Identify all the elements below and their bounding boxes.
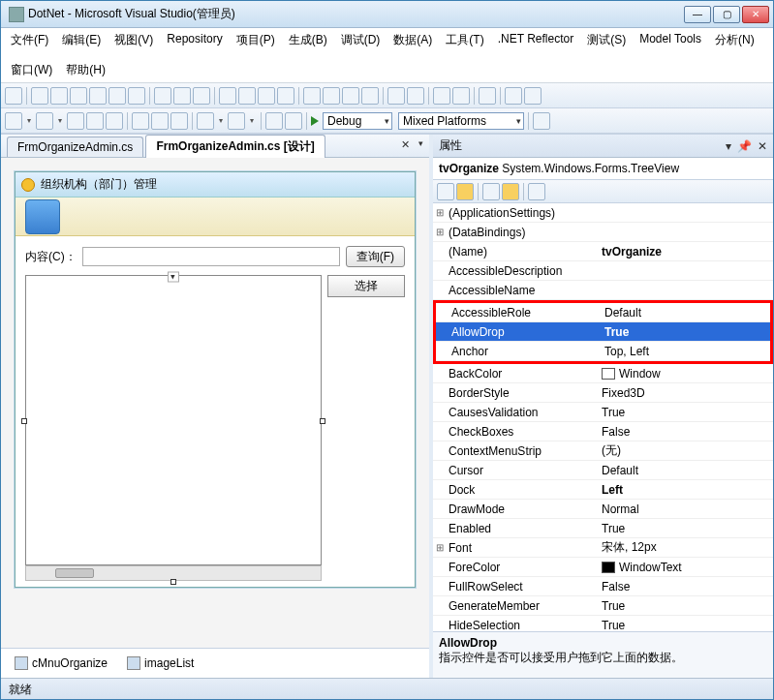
open-file-icon[interactable]	[67, 112, 84, 130]
menu-project[interactable]: 项目(P)	[236, 32, 275, 48]
content-textbox[interactable]	[82, 247, 340, 266]
tray-imagelist[interactable]: imageList	[127, 656, 194, 670]
prop-causesval[interactable]: CausesValidation	[447, 406, 598, 419]
form-window[interactable]: 组织机构（部门）管理 内容(C)： 查询(F)	[15, 171, 416, 588]
close-button[interactable]: ✕	[742, 6, 769, 23]
align-top-icon[interactable]	[89, 87, 107, 105]
vspace-equal-icon[interactable]	[303, 87, 321, 105]
property-grid[interactable]: ⊞(ApplicationSettings) ⊞(DataBindings) (…	[433, 203, 773, 631]
properties-header[interactable]: 属性 ▾ 📌 ✕	[433, 135, 773, 158]
redo-icon[interactable]	[228, 112, 245, 130]
prop-enabled-value[interactable]: True	[598, 522, 773, 535]
expand-icon[interactable]: ⊞	[433, 227, 447, 237]
prop-allowdrop[interactable]: AllowDrop	[449, 325, 601, 339]
prop-enabled[interactable]: Enabled	[447, 522, 598, 535]
vspace-remove-icon[interactable]	[361, 87, 379, 105]
menu-model[interactable]: Model Tools	[639, 32, 701, 48]
save-icon[interactable]	[86, 112, 104, 130]
form-designer[interactable]: 组织机构（部门）管理 内容(C)： 查询(F)	[1, 158, 429, 648]
menu-data[interactable]: 数据(A)	[393, 32, 432, 48]
align-bottom-icon[interactable]	[128, 87, 145, 105]
prop-allowdrop-value[interactable]: True	[601, 325, 770, 339]
prop-name-value[interactable]: tvOrganize	[598, 245, 773, 259]
prop-accrole-value[interactable]: Default	[601, 306, 770, 320]
config-combo[interactable]: Debug	[323, 112, 392, 130]
add-item-drop[interactable]: ▾	[55, 116, 65, 125]
prop-genmember-value[interactable]: True	[598, 599, 773, 613]
prop-dock[interactable]: Dock	[447, 483, 598, 497]
add-item-icon[interactable]	[36, 112, 53, 130]
align-grid-icon[interactable]	[5, 87, 22, 105]
platform-combo[interactable]: Mixed Platforms	[398, 112, 524, 130]
send-back-icon[interactable]	[452, 87, 470, 105]
titlebar[interactable]: DotNet - Microsoft Visual Studio(管理员) — …	[1, 1, 773, 28]
prop-font[interactable]: Font	[447, 541, 598, 555]
prop-appsettings[interactable]: (ApplicationSettings)	[447, 206, 598, 220]
unmerge-cells-icon[interactable]	[524, 87, 542, 105]
redo-drop[interactable]: ▾	[247, 116, 257, 125]
hspace-equal-icon[interactable]	[219, 87, 236, 105]
treeview-control[interactable]	[25, 275, 322, 565]
prop-databindings[interactable]: (DataBindings)	[447, 226, 598, 239]
same-width-icon[interactable]	[154, 87, 171, 105]
menu-edit[interactable]: 编辑(E)	[62, 32, 101, 48]
menu-build[interactable]: 生成(B)	[289, 32, 327, 48]
center-h-icon[interactable]	[387, 87, 405, 105]
panel-close-icon[interactable]: ✕	[758, 139, 767, 153]
save-all-icon[interactable]	[106, 112, 123, 130]
prop-borderstyle-value[interactable]: Fixed3D	[598, 386, 773, 400]
menu-tools[interactable]: 工具(T)	[446, 32, 483, 48]
property-pages-icon[interactable]	[528, 183, 545, 200]
prop-accdesc[interactable]: AccessibleDescription	[447, 264, 598, 278]
start-debug-icon[interactable]	[311, 116, 319, 126]
vspace-inc-icon[interactable]	[323, 87, 340, 105]
cut-icon[interactable]	[132, 112, 149, 130]
align-middle-icon[interactable]	[108, 87, 126, 105]
align-left-icon[interactable]	[31, 87, 48, 105]
panel-pin-icon[interactable]: 📌	[737, 139, 752, 153]
tab-code[interactable]: FrmOrganizeAdmin.cs	[7, 137, 143, 157]
menu-help[interactable]: 帮助(H)	[66, 62, 106, 78]
undo-drop[interactable]: ▾	[216, 116, 226, 125]
tab-close-icon[interactable]: ✕	[401, 138, 410, 151]
align-center-icon[interactable]	[50, 87, 68, 105]
prop-genmember[interactable]: GenerateMember	[447, 599, 598, 613]
hspace-inc-icon[interactable]	[238, 87, 256, 105]
menu-view[interactable]: 视图(V)	[114, 32, 153, 48]
prop-fullrow[interactable]: FullRowSelect	[447, 580, 598, 593]
search-button[interactable]: 查询(F)	[346, 246, 405, 267]
prop-name[interactable]: (Name)	[447, 245, 598, 259]
prop-ctxmenu-value[interactable]: (无)	[598, 442, 773, 459]
prop-anchor-value[interactable]: Top, Left	[601, 345, 770, 358]
expand-icon[interactable]: ⊞	[433, 207, 447, 218]
prop-forecolor[interactable]: ForeColor	[447, 561, 598, 574]
align-right-icon[interactable]	[70, 87, 87, 105]
new-project-icon[interactable]	[5, 112, 22, 130]
alphabetical-icon[interactable]	[456, 183, 474, 200]
menu-window[interactable]: 窗口(W)	[11, 62, 52, 78]
prop-backcolor-value[interactable]: Window	[598, 367, 773, 380]
tab-dropdown-icon[interactable]: ▾	[418, 138, 423, 148]
copy-icon[interactable]	[151, 112, 169, 130]
menu-test[interactable]: 测试(S)	[587, 32, 626, 48]
prop-drawmode[interactable]: DrawMode	[447, 502, 598, 516]
nav-fwd-icon[interactable]	[285, 112, 302, 130]
prop-font-value[interactable]: 宋体, 12px	[598, 539, 773, 556]
expand-icon[interactable]: ⊞	[433, 542, 447, 553]
prop-checkboxes-value[interactable]: False	[598, 425, 773, 439]
prop-anchor[interactable]: Anchor	[449, 345, 601, 358]
prop-hidesel-value[interactable]: True	[598, 619, 773, 632]
maximize-button[interactable]: ▢	[713, 6, 740, 23]
prop-cursor[interactable]: Cursor	[447, 464, 598, 477]
prop-dock-value[interactable]: Left	[598, 483, 773, 497]
prop-drawmode-value[interactable]: Normal	[598, 502, 773, 516]
tab-design[interactable]: FrmOrganizeAdmin.cs [设计]	[145, 135, 325, 158]
same-size-icon[interactable]	[193, 87, 210, 105]
undo-icon[interactable]	[197, 112, 214, 130]
merge-cells-icon[interactable]	[505, 87, 522, 105]
bring-front-icon[interactable]	[433, 87, 450, 105]
prop-accname[interactable]: AccessibleName	[447, 284, 598, 297]
prop-forecolor-value[interactable]: WindowText	[598, 561, 773, 574]
prop-causesval-value[interactable]: True	[598, 406, 773, 419]
categorized-icon[interactable]	[437, 183, 454, 200]
